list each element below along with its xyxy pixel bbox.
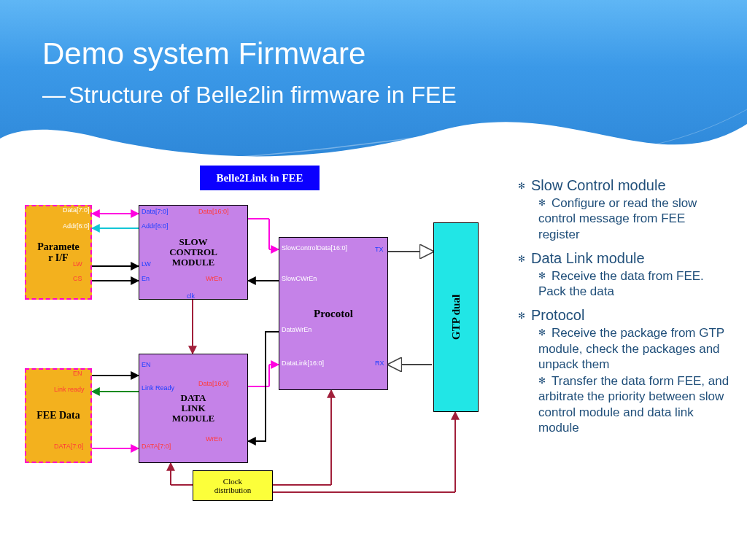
box-protocol: Procotol xyxy=(279,237,388,390)
port-dlm-data16: Data[16:0] xyxy=(198,380,229,387)
port-pif-lw: LW xyxy=(73,260,82,268)
port-fee-en: EN xyxy=(73,370,82,377)
port-scm-wren: WrEn xyxy=(206,275,222,282)
slide: Demo system Firmware —Structure of Belle… xyxy=(0,0,747,560)
box-clock-distribution: Clock distribution xyxy=(193,470,273,501)
bullet-slow-control: Slow Control module xyxy=(518,176,729,194)
subtitle-text: Structure of Belle2lin firmware in FEE xyxy=(69,82,457,108)
bullet-data-link: Data Link module xyxy=(518,249,729,267)
slide-title: Demo system Firmware xyxy=(42,36,365,71)
port-scm-en: En xyxy=(142,275,150,282)
port-proto-dw: DataWrEn xyxy=(282,326,311,333)
bullet-list: Slow Control module Configure or read th… xyxy=(518,169,729,435)
port-proto-scd: SlowControlData[16:0] xyxy=(282,244,347,252)
port-pif-cs: CS xyxy=(73,275,82,282)
port-fee-lr: Link ready xyxy=(54,386,85,393)
port-scm-clk: clk xyxy=(187,292,195,300)
bullet-protocol-desc2: Transfer the data form FEE, and arbitrat… xyxy=(538,373,729,435)
port-pif-addr: Addr[6:0] xyxy=(63,222,90,230)
bullet-slow-control-desc: Configure or read the slow control messa… xyxy=(538,195,729,242)
port-proto-tx: TX xyxy=(375,246,384,253)
port-dlm-en: EN xyxy=(142,361,151,368)
box-gtp-dual: GTP dual xyxy=(433,222,479,412)
port-proto-scw: SlowCWrEn xyxy=(282,275,317,282)
port-dlm-lr: Link Ready xyxy=(142,384,174,392)
banner-belle2link: Belle2Link in FEE xyxy=(200,166,320,190)
port-scm-data: Data[7:0] xyxy=(142,208,169,215)
port-dlm-data70: DATA[7:0] xyxy=(142,443,171,450)
bullet-data-link-desc: Receive the data from FEE. Pack the data xyxy=(538,268,729,300)
bullet-protocol: Protocol xyxy=(518,306,729,324)
slide-subtitle: —Structure of Belle2lin firmware in FEE xyxy=(42,82,457,109)
port-scm-addr: Addr[6:0] xyxy=(142,222,169,230)
port-proto-rx: RX xyxy=(375,359,384,367)
port-proto-dl: DataLink[16:0] xyxy=(282,359,324,367)
bullet-protocol-desc1: Receive the package from GTP module, che… xyxy=(538,325,729,372)
port-scm-data16: Data[16:0] xyxy=(198,208,229,215)
box-slow-control: SLOW CONTROL MODULE xyxy=(139,205,248,300)
diagram-canvas: Belle2Link in FEE Paramete r I/F FEE Dat… xyxy=(25,164,506,543)
box-parameter-if: Paramete r I/F xyxy=(25,205,92,300)
port-fee-data: DATA[7:0] xyxy=(54,443,83,450)
port-scm-lw: LW xyxy=(142,260,151,268)
port-pif-data: Data[7:0] xyxy=(63,206,90,214)
port-dlm-wren: WrEn xyxy=(206,435,222,443)
